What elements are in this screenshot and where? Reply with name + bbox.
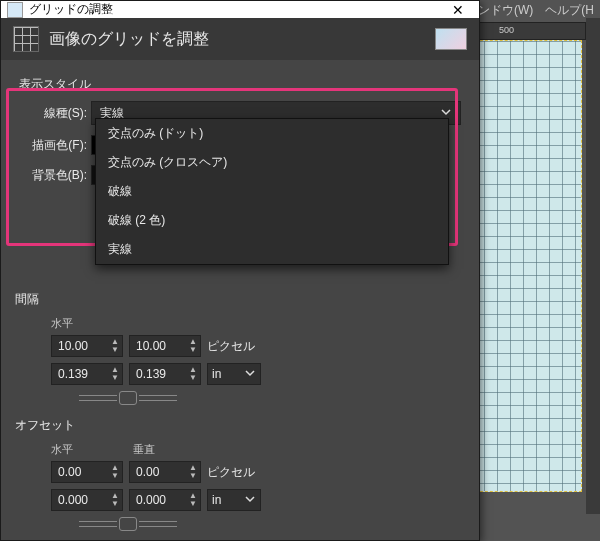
line-style-dropdown: 交点のみ (ドット) 交点のみ (クロスヘア) 破線 破線 (2 色) 実線 [95, 118, 449, 265]
spacing-col-h: 水平 [51, 316, 123, 331]
line-style-label: 線種(S): [19, 105, 91, 122]
spacing-px-unit: ピクセル [207, 338, 255, 355]
spacing-link[interactable] [19, 391, 461, 405]
title-bar[interactable]: グリッドの調整 ✕ [1, 1, 479, 18]
grid-dialog: グリッドの調整 ✕ 画像のグリッドを調整 表示スタイル 線種(S): 実線 描画… [0, 0, 480, 541]
grid-overlay [471, 41, 581, 491]
offset-v-px[interactable]: 0.00▲▼ [129, 461, 201, 483]
bg-color-label: 背景色(B): [19, 167, 91, 184]
window-title: グリッドの調整 [29, 1, 113, 18]
spacing-unit-select[interactable]: in [207, 363, 261, 385]
offset-px-unit: ピクセル [207, 464, 255, 481]
chain-icon [119, 517, 137, 531]
menu-help[interactable]: ヘルプ(H [545, 2, 594, 18]
window-icon [7, 2, 23, 18]
canvas-area [462, 40, 590, 500]
line-style-option-dashed2[interactable]: 破線 (2 色) [96, 206, 448, 235]
line-style-option-dots[interactable]: 交点のみ (ドット) [96, 119, 448, 148]
style-section-label: 表示スタイル [19, 76, 461, 93]
chevron-down-icon [244, 367, 256, 382]
spacing-v-in[interactable]: 0.139▲▼ [129, 363, 201, 385]
line-style-option-dashed[interactable]: 破線 [96, 177, 448, 206]
offset-h-in[interactable]: 0.000▲▼ [51, 489, 123, 511]
image-canvas[interactable] [470, 40, 582, 492]
offset-v-in[interactable]: 0.000▲▼ [129, 489, 201, 511]
spacing-section-label: 間隔 [15, 291, 461, 308]
ruler-horizontal: 500 [470, 22, 586, 40]
preview-thumbnail [435, 28, 467, 50]
dialog-body: 表示スタイル 線種(S): 実線 描画色(F): 背景色(B): 交点のみ (ド… [1, 60, 479, 541]
chain-icon [119, 391, 137, 405]
offset-link[interactable] [19, 517, 461, 531]
spacing-v-px[interactable]: 10.00▲▼ [129, 335, 201, 357]
chevron-down-icon [244, 493, 256, 508]
ruler-tick-500: 500 [499, 25, 514, 35]
spacing-h-in[interactable]: 0.139▲▼ [51, 363, 123, 385]
offset-h-px[interactable]: 0.00▲▼ [51, 461, 123, 483]
spacing-h-px[interactable]: 10.00▲▼ [51, 335, 123, 357]
offset-col-v: 垂直 [133, 442, 155, 457]
offset-section-label: オフセット [15, 417, 461, 434]
line-style-option-crosshair[interactable]: 交点のみ (クロスヘア) [96, 148, 448, 177]
dialog-header: 画像のグリッドを調整 [1, 18, 479, 60]
offset-unit-select[interactable]: in [207, 489, 261, 511]
dialog-header-title: 画像のグリッドを調整 [49, 29, 209, 50]
close-icon[interactable]: ✕ [443, 2, 473, 18]
offset-col-h: 水平 [51, 442, 123, 457]
line-style-option-solid[interactable]: 実線 [96, 235, 448, 264]
fg-color-label: 描画色(F): [19, 137, 91, 154]
grid-icon [13, 26, 39, 52]
scrollbar-vertical[interactable] [586, 18, 600, 514]
